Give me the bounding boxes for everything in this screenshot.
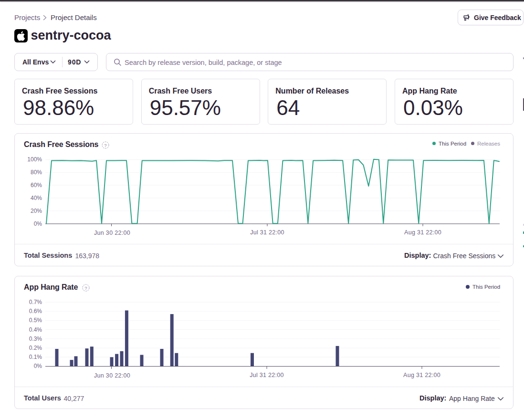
svg-text:?: ? [104, 142, 106, 147]
svg-text:?: ? [84, 285, 87, 290]
